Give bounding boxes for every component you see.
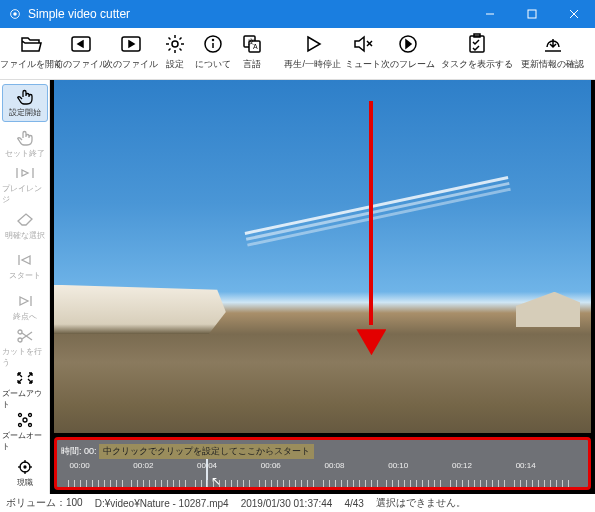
maximize-button[interactable]	[511, 0, 553, 28]
to-end-icon	[16, 292, 34, 310]
minimize-button[interactable]	[469, 0, 511, 28]
language-icon: 文A	[241, 32, 263, 56]
close-button[interactable]	[553, 0, 595, 28]
timeline-time-label: 時間: 00:	[57, 445, 97, 458]
svg-point-33	[18, 424, 21, 427]
svg-point-31	[18, 414, 21, 417]
timeline-ruler[interactable]: ↖ 00:00 00:02 00:04 00:06 00:08 00:10 00…	[57, 459, 588, 487]
info-icon	[202, 32, 224, 56]
video-preview[interactable]	[54, 80, 591, 433]
app-icon	[8, 7, 22, 21]
svg-point-1	[13, 12, 17, 16]
end-button[interactable]: 終点へ	[2, 287, 48, 325]
svg-line-28	[22, 333, 32, 340]
play-icon	[302, 32, 324, 56]
timeline[interactable]: 時間: 00:中クリックでクリップを設定してここからスタート ↖ 00:00 0…	[54, 437, 591, 490]
prev-file-button[interactable]: 前のファイル	[58, 32, 104, 71]
do-cut-button[interactable]: カットを行う	[2, 328, 48, 368]
hand-point-icon	[16, 88, 34, 106]
svg-point-26	[18, 330, 22, 334]
svg-point-27	[18, 338, 22, 342]
timeline-hint: 中クリックでクリップを設定してここからスタート	[99, 444, 314, 459]
svg-point-30	[23, 418, 27, 422]
tasks-icon	[466, 32, 488, 56]
window-title: Simple video cutter	[28, 7, 130, 21]
mute-icon	[352, 32, 374, 56]
svg-point-32	[28, 414, 31, 417]
play-pause-button[interactable]: 再生/一時停止	[284, 32, 341, 71]
svg-rect-19	[470, 36, 484, 52]
start-button[interactable]: スタート	[2, 247, 48, 285]
svg-point-8	[172, 41, 178, 47]
zoom-auto-button[interactable]: ズームオート	[2, 412, 48, 452]
step-icon	[397, 32, 419, 56]
hand-icon	[16, 129, 34, 147]
svg-point-11	[213, 40, 214, 41]
main-area: 時間: 00:中クリックでクリップを設定してここからスタート ↖ 00:00 0…	[50, 80, 595, 494]
next-file-button[interactable]: 次のファイル	[108, 32, 154, 71]
annotation-arrow	[365, 101, 377, 355]
to-start-icon	[16, 251, 34, 269]
selection-status: 選択はできません。	[376, 496, 466, 510]
about-button[interactable]: について	[195, 32, 231, 71]
zoom-auto-icon	[16, 412, 34, 429]
folder-open-icon	[19, 32, 43, 56]
set-end-button[interactable]: セット終了	[2, 124, 48, 162]
set-start-button[interactable]: 設定開始	[2, 84, 48, 122]
open-file-button[interactable]: ファイルを開く	[8, 32, 54, 71]
svg-point-36	[24, 466, 26, 468]
svg-line-29	[22, 332, 32, 339]
datetime-status: 2019/01/30 01:37:44	[241, 498, 333, 509]
sidebar: 設定開始 セット終了 プレイレンジ 明確な選択 スタート 終点へ カットを行う …	[0, 80, 50, 494]
svg-rect-3	[528, 10, 536, 18]
next-frame-button[interactable]: 次のフレーム	[385, 32, 431, 71]
show-tasks-button[interactable]: タスクを表示する	[447, 32, 507, 71]
filepath-status: D:¥video¥Nature - 10287.mp4	[95, 498, 229, 509]
download-icon	[542, 32, 564, 56]
volume-status: ボリューム：100	[6, 496, 83, 510]
current-button[interactable]: 現職	[2, 454, 48, 492]
clear-sel-button[interactable]: 明確な選択	[2, 207, 48, 245]
zoom-out-button[interactable]: ズームアウト	[2, 370, 48, 410]
svg-point-34	[28, 424, 31, 427]
check-update-button[interactable]: 更新情報の確認	[523, 32, 583, 71]
language-button[interactable]: 文A言語	[235, 32, 268, 71]
titlebar: Simple video cutter	[0, 0, 595, 28]
zoom-out-icon	[16, 370, 34, 387]
play-range-icon	[15, 165, 35, 182]
mute-button[interactable]: ミュート	[345, 32, 381, 71]
gear-icon	[164, 32, 186, 56]
main-toolbar: ファイルを開く 前のファイル 次のファイル 設定 について 文A言語 再生/一時…	[0, 28, 595, 80]
frame-status: 4/43	[344, 498, 363, 509]
svg-text:A: A	[253, 43, 258, 50]
next-icon	[120, 32, 142, 56]
settings-button[interactable]: 設定	[158, 32, 191, 71]
eraser-icon	[16, 211, 34, 229]
target-icon	[16, 458, 34, 476]
statusbar: ボリューム：100 D:¥video¥Nature - 10287.mp4 20…	[0, 494, 595, 512]
scissors-icon	[16, 328, 34, 345]
playrange-button[interactable]: プレイレンジ	[2, 165, 48, 205]
prev-icon	[70, 32, 92, 56]
